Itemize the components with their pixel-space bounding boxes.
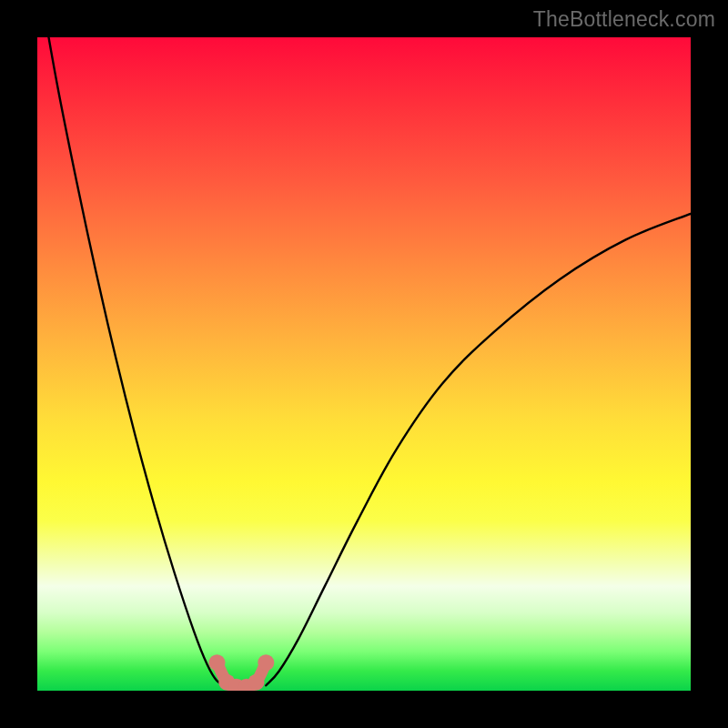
left-branch-curve	[37, 37, 227, 685]
chart-frame: TheBottleneck.com	[0, 0, 728, 728]
curve-layer	[37, 37, 691, 691]
valley-marker-dot	[248, 674, 265, 691]
right-branch-curve	[266, 214, 691, 685]
watermark-text: TheBottleneck.com	[533, 7, 715, 32]
valley-marker-dot	[208, 654, 225, 671]
plot-area	[37, 37, 691, 691]
valley-marker-dot	[258, 654, 274, 671]
